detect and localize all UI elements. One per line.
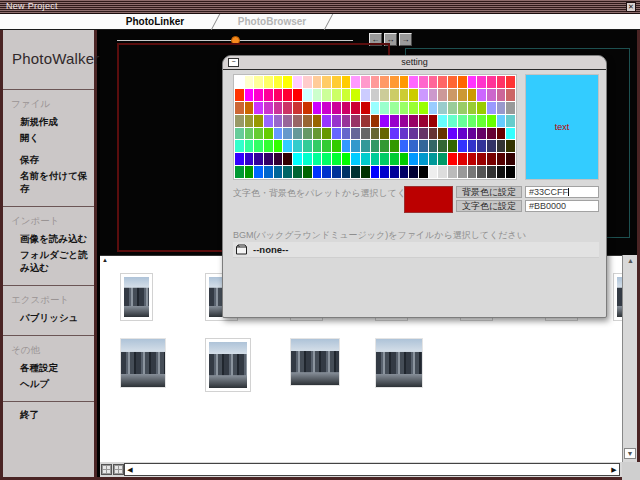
- palette-swatch[interactable]: [390, 166, 399, 178]
- palette-swatch[interactable]: [313, 153, 322, 165]
- palette-swatch[interactable]: [322, 115, 331, 127]
- palette-swatch[interactable]: [274, 115, 283, 127]
- palette-swatch[interactable]: [342, 153, 351, 165]
- sidebar-item-フォルダごと読み込む[interactable]: フォルダごと読み込む: [20, 248, 94, 274]
- palette-swatch[interactable]: [506, 128, 515, 140]
- scroll-down-arrow[interactable]: ▼: [624, 448, 636, 459]
- palette-swatch[interactable]: [419, 115, 428, 127]
- palette-swatch[interactable]: [313, 76, 322, 88]
- bgm-file-selector[interactable]: --none--: [233, 242, 599, 258]
- palette-swatch[interactable]: [235, 128, 244, 140]
- palette-swatch[interactable]: [303, 115, 312, 127]
- palette-swatch[interactable]: [487, 128, 496, 140]
- palette-swatch[interactable]: [468, 115, 477, 127]
- palette-swatch[interactable]: [477, 89, 486, 101]
- palette-swatch[interactable]: [468, 102, 477, 114]
- palette-swatch[interactable]: [361, 140, 370, 152]
- palette-swatch[interactable]: [400, 115, 409, 127]
- palette-swatch[interactable]: [487, 166, 496, 178]
- palette-swatch[interactable]: [293, 89, 302, 101]
- palette-swatch[interactable]: [332, 102, 341, 114]
- palette-swatch[interactable]: [487, 76, 496, 88]
- palette-swatch[interactable]: [497, 166, 506, 178]
- palette-swatch[interactable]: [283, 89, 292, 101]
- palette-swatch[interactable]: [429, 76, 438, 88]
- set-background-color-button[interactable]: 背景色に設定: [456, 186, 522, 198]
- settings-dialog[interactable]: − setting text 文字色・背景色をパレットから選択してください 背景…: [222, 55, 607, 318]
- palette-swatch[interactable]: [380, 102, 389, 114]
- text-color-field[interactable]: #BB0000: [525, 200, 599, 212]
- palette-swatch[interactable]: [506, 166, 515, 178]
- palette-swatch[interactable]: [458, 76, 467, 88]
- scroll-right-arrow[interactable]: ▶: [609, 464, 619, 475]
- palette-swatch[interactable]: [342, 140, 351, 152]
- palette-swatch[interactable]: [245, 140, 254, 152]
- palette-swatch[interactable]: [274, 140, 283, 152]
- palette-swatch[interactable]: [264, 76, 273, 88]
- palette-swatch[interactable]: [274, 89, 283, 101]
- palette-swatch[interactable]: [264, 102, 273, 114]
- photo-thumbnail[interactable]: [290, 338, 340, 386]
- palette-swatch[interactable]: [409, 153, 418, 165]
- palette-swatch[interactable]: [419, 128, 428, 140]
- palette-swatch[interactable]: [274, 166, 283, 178]
- tab-photolinker[interactable]: PhotoLinker: [95, 14, 215, 30]
- palette-swatch[interactable]: [351, 140, 360, 152]
- palette-swatch[interactable]: [342, 166, 351, 178]
- palette-swatch[interactable]: [351, 102, 360, 114]
- palette-swatch[interactable]: [448, 115, 457, 127]
- palette-swatch[interactable]: [342, 115, 351, 127]
- palette-swatch[interactable]: [274, 153, 283, 165]
- window-titlebar[interactable]: New Project ✕: [0, 0, 640, 14]
- palette-swatch[interactable]: [409, 140, 418, 152]
- sidebar-item-パブリッシュ[interactable]: パブリッシュ: [20, 311, 94, 324]
- palette-swatch[interactable]: [245, 102, 254, 114]
- palette-swatch[interactable]: [400, 166, 409, 178]
- palette-swatch[interactable]: [487, 153, 496, 165]
- palette-swatch[interactable]: [332, 153, 341, 165]
- palette-swatch[interactable]: [332, 140, 341, 152]
- palette-swatch[interactable]: [448, 89, 457, 101]
- palette-swatch[interactable]: [254, 128, 263, 140]
- palette-swatch[interactable]: [506, 153, 515, 165]
- horizontal-scroll-track[interactable]: ◀ ▶: [124, 463, 620, 476]
- palette-swatch[interactable]: [254, 115, 263, 127]
- palette-swatch[interactable]: [245, 166, 254, 178]
- palette-swatch[interactable]: [322, 166, 331, 178]
- palette-swatch[interactable]: [429, 140, 438, 152]
- palette-swatch[interactable]: [380, 166, 389, 178]
- palette-swatch[interactable]: [274, 102, 283, 114]
- sidebar-item-終了[interactable]: 終了: [20, 408, 94, 421]
- palette-swatch[interactable]: [332, 115, 341, 127]
- palette-swatch[interactable]: [342, 102, 351, 114]
- palette-swatch[interactable]: [497, 115, 506, 127]
- sidebar-item-新規作成[interactable]: 新規作成: [20, 115, 94, 128]
- palette-swatch[interactable]: [332, 128, 341, 140]
- set-text-color-button[interactable]: 文字色に設定: [456, 200, 522, 212]
- palette-swatch[interactable]: [313, 128, 322, 140]
- palette-swatch[interactable]: [361, 128, 370, 140]
- palette-swatch[interactable]: [477, 128, 486, 140]
- palette-swatch[interactable]: [468, 166, 477, 178]
- palette-swatch[interactable]: [274, 128, 283, 140]
- palette-swatch[interactable]: [468, 153, 477, 165]
- palette-swatch[interactable]: [448, 76, 457, 88]
- background-color-field[interactable]: #33CCFF: [525, 186, 599, 198]
- palette-swatch[interactable]: [487, 140, 496, 152]
- palette-swatch[interactable]: [390, 140, 399, 152]
- palette-swatch[interactable]: [283, 102, 292, 114]
- palette-swatch[interactable]: [351, 153, 360, 165]
- palette-swatch[interactable]: [390, 76, 399, 88]
- palette-swatch[interactable]: [390, 89, 399, 101]
- palette-swatch[interactable]: [380, 153, 389, 165]
- sidebar-item-名前を付けて保存[interactable]: 名前を付けて保存: [20, 169, 94, 195]
- palette-swatch[interactable]: [477, 153, 486, 165]
- horizontal-scrollbar[interactable]: ◀ ▶: [100, 462, 622, 477]
- palette-swatch[interactable]: [254, 166, 263, 178]
- palette-swatch[interactable]: [448, 153, 457, 165]
- palette-swatch[interactable]: [390, 153, 399, 165]
- palette-swatch[interactable]: [303, 153, 312, 165]
- palette-swatch[interactable]: [400, 76, 409, 88]
- palette-swatch[interactable]: [322, 89, 331, 101]
- palette-swatch[interactable]: [390, 115, 399, 127]
